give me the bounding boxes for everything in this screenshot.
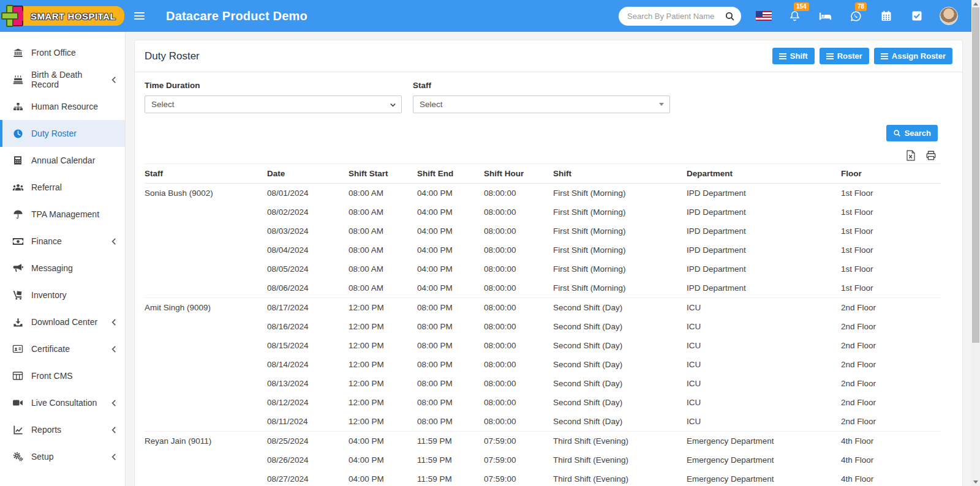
cell-floor: 1st Floor <box>841 241 941 260</box>
cell-shift-start: 12:00 PM <box>349 317 417 336</box>
calculator-icon <box>12 154 24 166</box>
approvals[interactable] <box>909 8 925 24</box>
cell-shift: Second Shift (Day) <box>553 393 687 412</box>
cell-staff <box>145 412 267 432</box>
cell-shift-start: 12:00 PM <box>349 298 417 318</box>
cell-department: ICU <box>687 374 841 393</box>
search-button[interactable]: Search <box>886 125 938 141</box>
cell-floor: 2nd Floor <box>841 393 941 412</box>
cell-shift-hour: 08:00:00 <box>484 222 553 241</box>
cell-shift: Third Shift (Evening) <box>553 469 687 486</box>
clock-icon <box>12 127 24 140</box>
table-row: 08/27/202404:00 PM11:59 PM07:59:00Third … <box>145 469 941 486</box>
cell-staff: Amit Singh (9009) <box>145 298 267 318</box>
bed-status[interactable] <box>817 8 833 24</box>
cell-department: IPD Department <box>687 184 841 203</box>
sidebar-item-front-cms[interactable]: Front CMS <box>0 362 125 389</box>
whatsapp-messages[interactable]: 78 <box>848 8 864 24</box>
list-icon <box>779 53 786 59</box>
cell-staff: Sonia Bush (9002) <box>145 184 267 203</box>
roster-button[interactable]: Roster <box>820 48 869 64</box>
sidebar-item-label: Front Office <box>31 48 76 58</box>
cell-shift: First Shift (Morning) <box>553 184 687 203</box>
chevron-left-icon <box>111 346 116 353</box>
cell-date: 08/11/2024 <box>267 412 349 432</box>
print-icon[interactable] <box>925 150 937 161</box>
cell-shift: First Shift (Morning) <box>553 203 687 222</box>
col-header-shift-hour: Shift Hour <box>484 164 553 184</box>
notifications-badge: 154 <box>794 2 809 11</box>
cell-shift-start: 08:00 AM <box>349 203 417 222</box>
cell-shift: Second Shift (Day) <box>553 355 687 374</box>
sidebar-item-tpa-management[interactable]: TPA Management <box>0 201 125 228</box>
sidebar-item-label: Duty Roster <box>31 129 77 138</box>
sidebar-item-label: Front CMS <box>31 371 73 381</box>
cell-department: Emergency Department <box>687 432 841 451</box>
sidebar-item-label: Messaging <box>31 263 73 273</box>
sidebar-item-referral[interactable]: Referral <box>0 174 125 201</box>
col-header-staff: Staff <box>145 164 267 184</box>
cell-shift-hour: 08:00:00 <box>484 374 553 393</box>
cell-date: 08/17/2024 <box>267 298 349 318</box>
assign-roster-button[interactable]: Assign Roster <box>874 48 952 64</box>
user-avatar[interactable] <box>940 7 958 25</box>
cell-shift-end: 08:00 PM <box>417 317 484 336</box>
scroll-up-arrow[interactable] <box>973 2 978 6</box>
brand-name-pill: SMART HOSPITAL <box>21 6 124 26</box>
language-flag-us[interactable] <box>756 11 772 21</box>
cell-floor: 4th Floor <box>841 432 941 451</box>
sidebar-item-download-center[interactable]: Download Center <box>0 308 125 335</box>
cell-date: 08/26/2024 <box>267 450 349 469</box>
col-header-department: Department <box>687 164 841 184</box>
time-duration-select[interactable]: Select <box>145 95 402 113</box>
sidebar-item-inventory[interactable]: Inventory <box>0 282 125 308</box>
scroll-down-arrow[interactable] <box>973 480 978 484</box>
chevron-left-icon <box>111 454 116 460</box>
sidebar-item-label: Inventory <box>31 290 67 300</box>
sidebar-item-reports[interactable]: Reports <box>0 416 125 443</box>
time-duration-label: Time Duration <box>145 81 402 90</box>
sidebar-item-live-consultation[interactable]: Live Consultation <box>0 389 125 416</box>
chevron-left-icon <box>111 77 116 83</box>
cell-shift-end: 11:59 PM <box>417 432 484 451</box>
export-excel-icon[interactable] <box>906 150 916 161</box>
sidebar-item-setup[interactable]: Setup <box>0 443 125 470</box>
cell-shift-start: 12:00 PM <box>349 393 417 412</box>
patient-search-input[interactable] <box>627 12 725 21</box>
sidebar-item-human-resource[interactable]: Human Resource <box>0 93 125 120</box>
cell-date: 08/06/2024 <box>267 279 349 298</box>
cell-date: 08/25/2024 <box>267 432 349 451</box>
shift-button[interactable]: Shift <box>772 48 815 64</box>
cell-shift-start: 04:00 PM <box>349 450 417 469</box>
staff-select[interactable]: Select <box>413 95 670 113</box>
cell-staff <box>145 279 267 298</box>
menu-toggle-icon[interactable] <box>134 7 153 25</box>
sidebar-item-messaging[interactable]: Messaging <box>0 255 125 282</box>
cell-shift: First Shift (Morning) <box>553 222 687 241</box>
duty-roster-table: Staff Date Shift Start Shift End Shift H… <box>145 163 941 486</box>
page-scrollbar[interactable] <box>971 0 980 486</box>
sidebar-item-label: Reports <box>31 425 61 435</box>
col-header-shift-end: Shift End <box>417 164 484 184</box>
sidebar-item-front-office[interactable]: Front Office <box>0 39 125 66</box>
search-icon[interactable] <box>725 11 735 21</box>
cell-shift-end: 04:00 PM <box>417 222 484 241</box>
cell-floor: 2nd Floor <box>841 374 941 393</box>
sidebar-item-annual-calendar[interactable]: Annual Calendar <box>0 147 125 174</box>
scrollbar-thumb[interactable] <box>972 7 979 343</box>
cell-date: 08/03/2024 <box>267 222 349 241</box>
brand-logo[interactable]: SMART HOSPITAL <box>0 0 126 32</box>
sidebar-item-certificate[interactable]: Certificate <box>0 335 125 362</box>
id-card-icon <box>12 343 24 355</box>
cell-shift-start: 12:00 PM <box>349 374 417 393</box>
sidebar-item-birth-death-record[interactable]: Birth & Death Record <box>0 66 125 93</box>
sidebar-item-duty-roster[interactable]: Duty Roster <box>0 120 125 147</box>
cell-shift-start: 12:00 PM <box>349 412 417 432</box>
calendar-icon <box>880 10 892 22</box>
calendar-tasks[interactable] <box>878 8 894 24</box>
cell-shift-hour: 08:00:00 <box>484 203 553 222</box>
cell-date: 08/27/2024 <box>267 469 349 486</box>
sidebar-item-finance[interactable]: Finance <box>0 228 125 255</box>
notifications-bell[interactable]: 154 <box>786 8 802 24</box>
cell-department: ICU <box>687 336 841 355</box>
